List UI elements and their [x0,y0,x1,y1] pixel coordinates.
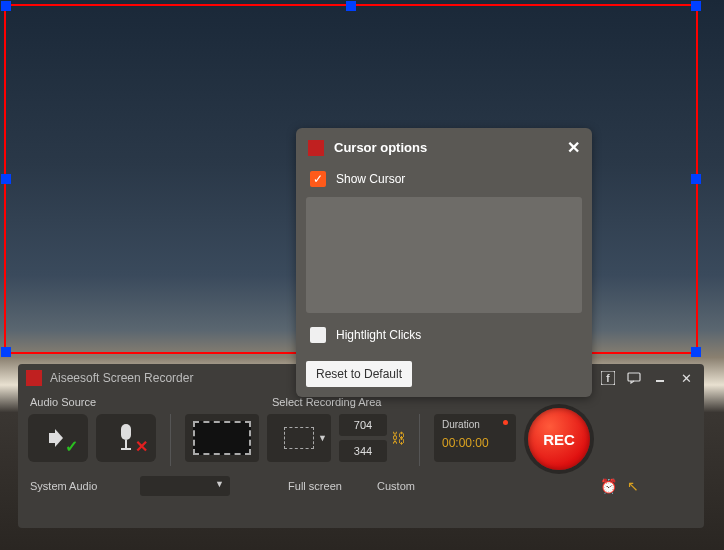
system-audio-label: System Audio [30,480,130,492]
microphone-icon [116,424,136,452]
show-cursor-row[interactable]: ✓ Show Cursor [296,167,592,197]
x-icon: ✕ [135,437,148,456]
audio-device-dropdown[interactable]: ▼ [140,476,230,496]
svg-text:f: f [606,373,610,384]
resize-handle-top-left[interactable] [1,1,11,11]
dialog-header: Cursor options ✕ [296,128,592,167]
show-cursor-label: Show Cursor [336,172,405,186]
custom-area-button[interactable]: ▼ [267,414,331,462]
custom-area-icon [284,427,314,449]
width-input[interactable] [339,414,387,436]
divider [170,414,171,466]
audio-source-label: Audio Source [30,396,272,408]
app-title: Aiseesoft Screen Recorder [50,371,193,385]
system-audio-button[interactable]: ✓ [28,414,88,462]
resize-handle-bottom-right[interactable] [691,347,701,357]
feedback-icon[interactable] [624,370,644,386]
duration-label: Duration [442,419,508,430]
close-button[interactable]: ✕ [676,370,696,386]
resize-handle-middle-left[interactable] [1,174,11,184]
dialog-title: Cursor options [334,140,427,155]
bottom-row: System Audio ▼ Full screen Custom ⏰ ↖ [18,474,704,498]
app-icon [26,370,42,386]
divider [419,414,420,466]
record-button[interactable]: REC [528,408,590,470]
full-screen-caption: Full screen [276,480,354,492]
microphone-button[interactable]: ✕ [96,414,156,462]
svg-rect-2 [628,373,640,381]
resize-handle-middle-right[interactable] [691,174,701,184]
chevron-down-icon[interactable]: ▼ [318,433,327,443]
cursor-options-icon[interactable]: ↖ [627,478,639,494]
cursor-preview-panel [306,197,582,313]
chevron-down-icon: ▼ [215,479,224,489]
timer-icon[interactable]: ⏰ [600,478,617,494]
height-input[interactable] [339,440,387,462]
controls-row: ✓ ✕ ▼ ⛓ Duration 00:00:00 [18,410,704,474]
highlight-clicks-checkbox[interactable] [310,327,326,343]
link-dimensions-icon[interactable]: ⛓ [391,430,405,446]
minimize-button[interactable] [650,370,670,386]
facebook-icon[interactable]: f [598,370,618,386]
close-icon[interactable]: ✕ [567,138,580,157]
fullscreen-icon [193,421,251,455]
show-cursor-checkbox[interactable]: ✓ [310,171,326,187]
custom-caption: Custom [364,480,428,492]
full-screen-button[interactable] [185,414,259,462]
record-label: REC [543,431,575,448]
cursor-options-dialog: Cursor options ✕ ✓ Show Cursor Hightligh… [296,128,592,397]
app-icon [308,140,324,156]
resize-handle-bottom-left[interactable] [1,347,11,357]
highlight-clicks-label: Hightlight Clicks [336,328,421,342]
check-icon: ✓ [65,437,78,456]
resize-handle-top-middle[interactable] [346,1,356,11]
resize-handle-top-right[interactable] [691,1,701,11]
reset-to-default-button[interactable]: Reset to Default [306,361,412,387]
duration-box[interactable]: Duration 00:00:00 [434,414,516,462]
recording-dot-icon [503,420,508,425]
select-area-label: Select Recording Area [272,396,381,408]
highlight-clicks-row[interactable]: Hightlight Clicks [296,323,592,353]
duration-value: 00:00:00 [442,436,508,450]
